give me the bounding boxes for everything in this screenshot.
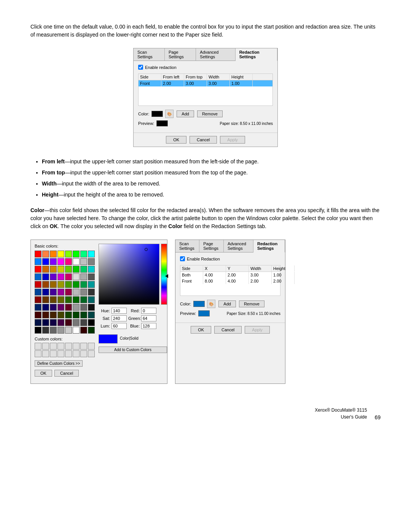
basic-color-cell-54[interactable]: [80, 296, 87, 303]
add-to-custom-colors-btn[interactable]: Add to Custom Colors: [99, 347, 167, 353]
basic-color-cell-21[interactable]: [73, 266, 80, 273]
tab-advanced-settings-1[interactable]: Advanced Settings: [196, 48, 235, 61]
apply-button-1[interactable]: Apply: [220, 136, 245, 144]
custom-color-cell-9[interactable]: [42, 350, 49, 357]
blue-input[interactable]: [141, 323, 156, 329]
basic-color-cell-52[interactable]: [65, 296, 72, 303]
custom-color-cell-5[interactable]: [73, 343, 80, 350]
basic-color-cell-47[interactable]: [88, 289, 95, 296]
basic-color-cell-85[interactable]: [73, 327, 80, 334]
palette-button-1[interactable]: 🎨: [165, 110, 174, 118]
add-button-1[interactable]: Add: [177, 110, 194, 117]
basic-color-cell-18[interactable]: [50, 266, 57, 273]
table-row-2-1[interactable]: Front 8.00 4.00 2.00 2.00: [180, 278, 280, 284]
custom-color-cell-11[interactable]: [57, 350, 64, 357]
tab-redaction-settings-2[interactable]: Redaction Settings: [253, 240, 285, 252]
basic-color-cell-68[interactable]: [65, 312, 72, 318]
custom-color-cell-15[interactable]: [88, 350, 95, 357]
basic-color-cell-61[interactable]: [73, 304, 80, 311]
basic-color-cell-14[interactable]: [80, 258, 87, 265]
basic-color-cell-62[interactable]: [80, 304, 87, 311]
basic-color-cell-35[interactable]: [57, 281, 64, 288]
basic-color-cell-10[interactable]: [50, 258, 57, 265]
basic-color-cell-84[interactable]: [65, 327, 72, 334]
basic-color-cell-80[interactable]: [35, 327, 41, 334]
enable-redaction-checkbox-2[interactable]: [180, 256, 185, 261]
basic-color-cell-28[interactable]: [65, 273, 72, 280]
basic-color-cell-17[interactable]: [42, 266, 49, 273]
basic-color-cell-50[interactable]: [50, 296, 57, 303]
remove-button-2[interactable]: Remove: [239, 300, 264, 307]
basic-color-cell-67[interactable]: [57, 312, 64, 318]
basic-color-cell-6[interactable]: [80, 251, 87, 257]
custom-color-cell-13[interactable]: [73, 350, 80, 357]
basic-color-cell-13[interactable]: [73, 258, 80, 265]
enable-redaction-checkbox-1[interactable]: [138, 65, 143, 70]
basic-color-cell-87[interactable]: [88, 327, 95, 334]
basic-color-cell-39[interactable]: [88, 281, 95, 288]
custom-color-cell-14[interactable]: [80, 350, 87, 357]
tab-page-settings-2[interactable]: Page Settings: [199, 240, 224, 252]
basic-color-cell-53[interactable]: [73, 296, 80, 303]
basic-color-cell-31[interactable]: [88, 273, 95, 280]
color-swatch-1[interactable]: [151, 111, 163, 117]
basic-color-cell-34[interactable]: [50, 281, 57, 288]
basic-color-cell-55[interactable]: [88, 296, 95, 303]
basic-color-cell-77[interactable]: [73, 319, 80, 326]
basic-color-cell-33[interactable]: [42, 281, 49, 288]
basic-color-cell-1[interactable]: [42, 251, 49, 257]
basic-color-cell-58[interactable]: [50, 304, 57, 311]
basic-color-cell-57[interactable]: [42, 304, 49, 311]
basic-color-cell-8[interactable]: [35, 258, 41, 265]
basic-color-cell-5[interactable]: [73, 251, 80, 257]
basic-color-cell-9[interactable]: [42, 258, 49, 265]
green-input[interactable]: [141, 315, 156, 321]
basic-color-cell-29[interactable]: [73, 273, 80, 280]
custom-color-cell-3[interactable]: [57, 343, 64, 350]
basic-color-cell-7[interactable]: [88, 251, 95, 257]
table-row-2-0[interactable]: Both 4.00 2.00 3.00 1.00: [180, 272, 280, 278]
basic-color-cell-59[interactable]: [57, 304, 64, 311]
basic-color-cell-76[interactable]: [65, 319, 72, 326]
custom-color-cell-10[interactable]: [50, 350, 57, 357]
custom-color-cell-4[interactable]: [65, 343, 72, 350]
basic-color-cell-60[interactable]: [65, 304, 72, 311]
basic-color-cell-48[interactable]: [35, 296, 41, 303]
custom-color-cell-1[interactable]: [42, 343, 49, 350]
basic-color-cell-15[interactable]: [88, 258, 95, 265]
define-custom-colors-btn[interactable]: Define Custom Colors >>: [35, 360, 83, 367]
cp-ok-btn[interactable]: OK: [35, 370, 52, 377]
basic-color-cell-41[interactable]: [42, 289, 49, 296]
add-button-2[interactable]: Add: [218, 300, 236, 307]
custom-color-cell-0[interactable]: [35, 343, 41, 350]
tab-scan-settings-1[interactable]: Scan Settings: [134, 48, 165, 61]
sat-input[interactable]: [112, 315, 127, 321]
basic-color-cell-20[interactable]: [65, 266, 72, 273]
custom-color-cell-7[interactable]: [88, 343, 95, 350]
basic-color-cell-22[interactable]: [80, 266, 87, 273]
basic-color-cell-74[interactable]: [50, 319, 57, 326]
basic-color-cell-4[interactable]: [65, 251, 72, 257]
custom-color-cell-8[interactable]: [35, 350, 41, 357]
basic-color-cell-27[interactable]: [57, 273, 64, 280]
basic-color-cell-26[interactable]: [50, 273, 57, 280]
basic-color-cell-23[interactable]: [88, 266, 95, 273]
basic-color-cell-64[interactable]: [35, 312, 41, 318]
table-row-1-1[interactable]: Front 2.00 3.00 3.00 1.00: [139, 80, 272, 86]
basic-color-cell-78[interactable]: [80, 319, 87, 326]
hue-input[interactable]: [112, 308, 127, 314]
custom-color-cell-12[interactable]: [65, 350, 72, 357]
basic-color-cell-44[interactable]: [65, 289, 72, 296]
remove-button-1[interactable]: Remove: [197, 110, 223, 117]
basic-color-cell-56[interactable]: [35, 304, 41, 311]
basic-color-cell-38[interactable]: [80, 281, 87, 288]
ok-button-2[interactable]: OK: [191, 326, 211, 334]
basic-color-cell-49[interactable]: [42, 296, 49, 303]
basic-color-cell-2[interactable]: [50, 251, 57, 257]
basic-color-cell-73[interactable]: [42, 319, 49, 326]
basic-color-cell-65[interactable]: [42, 312, 49, 318]
basic-color-cell-16[interactable]: [35, 266, 41, 273]
basic-color-cell-70[interactable]: [80, 312, 87, 318]
basic-color-cell-43[interactable]: [57, 289, 64, 296]
custom-color-cell-6[interactable]: [80, 343, 87, 350]
